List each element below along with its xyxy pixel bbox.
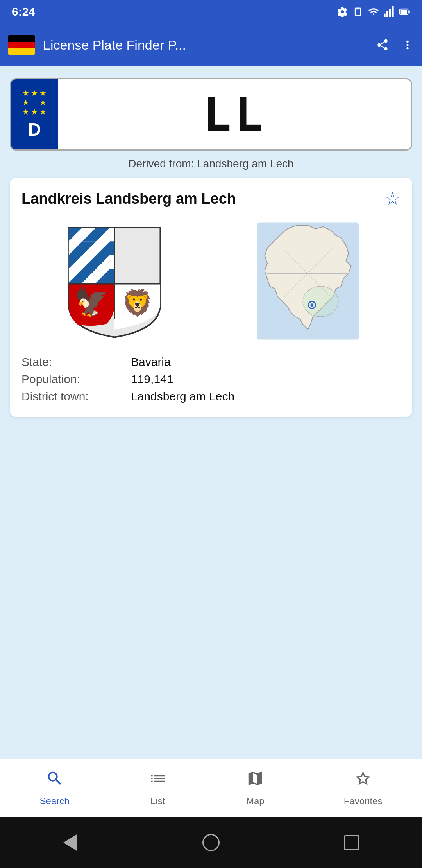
germany-map-svg <box>257 222 359 340</box>
favorite-button[interactable]: ☆ <box>384 190 401 208</box>
clipboard-icon <box>352 6 363 17</box>
flag-gold-stripe <box>8 48 35 55</box>
plate-country-code: D <box>28 119 41 140</box>
favorites-icon <box>354 769 372 792</box>
svg-rect-5 <box>408 11 410 13</box>
district-town-value: Landsberg am Lech <box>131 390 234 403</box>
status-bar: 6:24 <box>0 0 422 23</box>
plate-code-text: LL <box>203 87 266 142</box>
recents-button[interactable] <box>340 831 363 854</box>
svg-point-45 <box>310 303 313 307</box>
coat-of-arms-svg: 🦅 🦁 <box>60 222 169 340</box>
nav-search-label: Search <box>40 796 70 807</box>
flag-red-stripe <box>8 42 35 48</box>
info-card: Landkreis Landsberg am Lech ☆ <box>10 178 412 417</box>
back-button[interactable] <box>59 831 82 854</box>
state-label: State: <box>21 355 131 369</box>
signal-icon <box>384 6 395 17</box>
nav-favorites-label: Favorites <box>344 796 383 807</box>
svg-text:🦁: 🦁 <box>122 288 154 318</box>
svg-rect-2 <box>389 9 391 17</box>
system-nav <box>0 817 422 868</box>
bottom-nav: Search List Map Favorites <box>0 759 422 817</box>
share-button[interactable] <box>376 38 389 52</box>
district-town-label: District town: <box>21 390 131 403</box>
population-value: 119,141 <box>131 373 173 386</box>
images-row: 🦅 🦁 <box>21 219 401 344</box>
nav-list-label: List <box>150 796 165 807</box>
app-bar-actions <box>376 38 414 52</box>
status-time: 6:24 <box>12 5 35 18</box>
map-icon <box>246 769 264 792</box>
plate-eu-strip: ★ ★ ★ ★ ★ ★ ★ ★ D <box>11 79 58 149</box>
wifi-icon <box>368 6 379 17</box>
nav-list[interactable]: List <box>141 766 175 811</box>
eu-stars: ★ ★ ★ ★ ★ ★ ★ ★ <box>22 89 46 116</box>
app-title: License Plate Finder P... <box>43 38 368 53</box>
status-icons <box>337 6 410 17</box>
derived-from-text: Derived from: Landsberg am Lech <box>0 158 422 170</box>
nav-map[interactable]: Map <box>238 766 272 811</box>
coat-of-arms-image: 🦅 🦁 <box>21 219 207 344</box>
battery-icon <box>399 6 410 17</box>
list-icon <box>149 769 167 792</box>
svg-text:🦅: 🦅 <box>74 285 109 319</box>
state-row: State: Bavaria <box>21 355 401 369</box>
svg-point-43 <box>303 286 338 317</box>
svg-rect-6 <box>401 10 407 14</box>
svg-rect-3 <box>392 6 394 17</box>
app-bar: License Plate Finder P... <box>0 23 422 66</box>
license-plate: ★ ★ ★ ★ ★ ★ ★ ★ D LL <box>10 78 412 151</box>
card-title: Landkreis Landsberg am Lech <box>21 190 236 207</box>
nav-map-label: Map <box>246 796 265 807</box>
settings-icon <box>337 6 348 17</box>
nav-search[interactable]: Search <box>32 766 77 811</box>
plate-code-area: LL <box>58 79 411 149</box>
home-button[interactable] <box>199 831 223 854</box>
population-label: Population: <box>21 373 131 386</box>
svg-rect-0 <box>384 14 386 17</box>
state-value: Bavaria <box>131 355 171 369</box>
search-icon <box>46 769 64 792</box>
info-details: State: Bavaria Population: 119,141 Distr… <box>21 355 401 403</box>
flag-black-stripe <box>8 35 35 42</box>
district-town-row: District town: Landsberg am Lech <box>21 390 401 403</box>
population-row: Population: 119,141 <box>21 373 401 386</box>
more-options-button[interactable] <box>401 38 414 52</box>
svg-rect-1 <box>386 11 388 17</box>
germany-map-image <box>215 219 401 344</box>
card-header: Landkreis Landsberg am Lech ☆ <box>21 190 401 208</box>
nav-favorites[interactable]: Favorites <box>336 766 390 811</box>
germany-flag <box>8 35 35 55</box>
